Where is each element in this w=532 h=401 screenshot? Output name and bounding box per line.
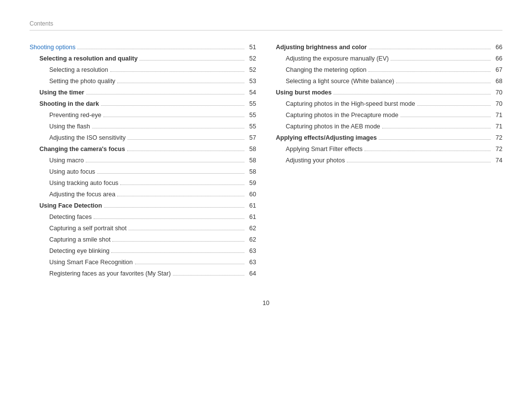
toc-item: Adjusting the focus area60 [30, 189, 256, 199]
toc-dots [103, 117, 244, 117]
toc-dots [127, 151, 244, 151]
toc-dots [86, 162, 244, 162]
toc-item: Selecting a light source (White balance)… [276, 76, 502, 86]
toc-item: Setting the photo quality53 [30, 76, 256, 86]
toc-item: Adjusting brightness and color66 [276, 42, 502, 52]
toc-item-text: Capturing a self portrait shot [49, 223, 127, 233]
toc-page-number: 61 [246, 201, 256, 211]
toc-left-column: Shooting options51Selecting a resolution… [30, 42, 256, 280]
toc-dots [112, 241, 244, 242]
toc-item: Capturing photos in the AEB mode71 [276, 122, 502, 131]
toc-item-text: Selecting a resolution [49, 65, 108, 75]
toc-right-column: Adjusting brightness and color66Adjustin… [276, 42, 502, 280]
toc-item: Capturing a self portrait shot62 [30, 223, 256, 233]
toc-dots [365, 151, 491, 151]
toc-page-number: 52 [246, 65, 256, 75]
toc-item: Detecting faces61 [30, 212, 256, 222]
toc-item-text: Capturing photos in the AEB mode [286, 122, 380, 131]
toc-page-number: 53 [246, 76, 256, 86]
toc-item-text: Changing the camera's focus [39, 144, 125, 154]
toc-item-text: Adjusting the exposure manually (EV) [286, 54, 389, 63]
toc-item: Applying Smart Filter effects72 [276, 144, 502, 154]
toc-page-number: 72 [493, 133, 502, 143]
toc-dots [369, 49, 491, 49]
toc-dots [104, 207, 244, 208]
toc-page-number: 67 [493, 65, 502, 75]
toc-page-number: 55 [246, 110, 256, 120]
toc-dots [347, 162, 491, 162]
toc-dots [396, 83, 491, 83]
toc-item-text: Capturing a smile shot [49, 235, 110, 245]
toc-item-text: Selecting a light source (White balance) [286, 76, 394, 86]
toc-dots [400, 117, 491, 117]
toc-item: Using burst modes70 [276, 88, 502, 97]
toc-dots [333, 94, 491, 94]
toc-item-text: Capturing photos in the Precapture mode [286, 110, 399, 120]
toc-page-number: 66 [493, 42, 502, 52]
toc-item: Adjusting the exposure manually (EV)66 [276, 54, 502, 63]
toc-item-text: Using tracking auto focus [49, 178, 118, 188]
toc-item: Adjusting the ISO sensitivity57 [30, 133, 256, 143]
toc-item: Using the flash55 [30, 122, 256, 131]
toc-page-number: 62 [246, 235, 256, 245]
toc-dots [368, 71, 491, 72]
toc-item: Using the timer54 [30, 88, 256, 97]
toc-item-text: Preventing red-eye [49, 110, 101, 120]
toc-page-number: 66 [493, 54, 502, 63]
toc-item-text: Adjusting the ISO sensitivity [49, 133, 126, 143]
toc-page-number: 71 [493, 110, 502, 120]
toc-item-text: Using the flash [49, 122, 90, 131]
header-label: Contents [30, 20, 53, 27]
toc-dots [120, 185, 244, 185]
toc-page-number: 63 [246, 257, 256, 267]
toc-dots [139, 60, 244, 61]
toc-item-text: Using Smart Face Recognition [49, 257, 133, 267]
toc-page-number: 74 [493, 155, 502, 165]
toc-dots [86, 94, 244, 94]
toc-dots [135, 264, 244, 264]
toc-dots [128, 139, 244, 140]
toc-dots [117, 196, 244, 196]
toc-item: Shooting in the dark55 [30, 99, 256, 109]
toc-dots [117, 83, 244, 83]
toc-page-number: 61 [246, 212, 256, 222]
toc-item-text: Adjusting the focus area [49, 189, 115, 199]
toc-page-number: 68 [493, 76, 502, 86]
toc-item: Capturing photos in the Precapture mode7… [276, 110, 502, 120]
toc-page-number: 72 [493, 144, 502, 154]
toc-item-text: Selecting a resolution and quality [39, 54, 137, 63]
toc-item: Applying effects/Adjusting images72 [276, 133, 502, 143]
toc-item-text[interactable]: Shooting options [30, 42, 75, 52]
toc-dots [77, 49, 244, 49]
toc-item-text: Applying effects/Adjusting images [276, 133, 377, 143]
toc-item-text: Capturing photos in the High-speed burst… [286, 99, 415, 109]
toc-page-number: 64 [246, 269, 256, 278]
toc-item: Preventing red-eye55 [30, 110, 256, 120]
toc-item: Using Face Detection61 [30, 201, 256, 211]
toc-page-number: 51 [246, 42, 256, 52]
toc-item-text: Using the timer [39, 88, 84, 97]
toc-page-number: 58 [246, 167, 256, 177]
toc-item-text: Using Face Detection [39, 201, 102, 211]
toc-page-number: 57 [246, 133, 256, 143]
toc-item-text: Using macro [49, 155, 84, 165]
toc-page-number: 58 [246, 155, 256, 165]
toc-dots [94, 218, 244, 219]
toc-page-number: 59 [246, 178, 256, 188]
toc-page-number: 70 [493, 88, 502, 97]
toc-dots [379, 139, 491, 140]
toc-item: Adjusting your photos74 [276, 155, 502, 165]
toc-dots [173, 275, 244, 276]
toc-dots [111, 252, 244, 253]
toc-dots [92, 128, 244, 128]
toc-item: Using Smart Face Recognition63 [30, 257, 256, 267]
toc-item: Shooting options51 [30, 42, 256, 52]
toc-item-text: Adjusting your photos [286, 155, 345, 165]
toc-page-number: 71 [493, 122, 502, 131]
toc-dots [417, 105, 491, 106]
toc-columns: Shooting options51Selecting a resolution… [30, 42, 502, 280]
toc-page-number: 60 [246, 189, 256, 199]
toc-dots [110, 71, 244, 72]
toc-item-text: Changing the metering option [286, 65, 366, 75]
toc-dots [97, 173, 244, 174]
